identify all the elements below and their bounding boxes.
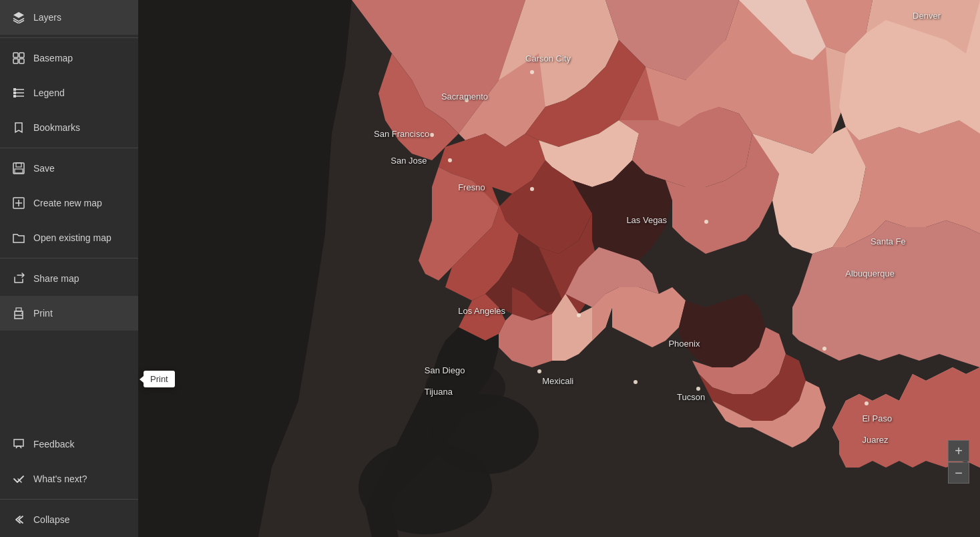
sidebar-item-share-map[interactable]: Share map [0,261,138,296]
svg-point-69 [537,369,541,373]
svg-point-63 [465,98,469,102]
svg-rect-0 [13,53,18,57]
sidebar-label-share-map: Share map [33,273,79,284]
zoom-in-button[interactable]: + [948,440,969,462]
sidebar-label-feedback: Feedback [33,439,74,450]
map-container[interactable]: Carson City Sacramento San Francisco San… [138,0,980,537]
save-icon [12,162,25,175]
sidebar-item-whats-next[interactable]: What's next? [0,462,138,496]
sidebar-label-open-existing-map: Open existing map [33,232,111,243]
svg-point-64 [430,133,434,137]
svg-rect-11 [16,163,21,167]
divider-3 [0,258,138,258]
divider-2 [0,148,138,148]
sidebar-label-whats-next: What's next? [33,474,87,484]
bookmarks-icon [12,121,25,134]
sidebar-label-legend: Legend [33,87,65,98]
sidebar-label-collapse: Collapse [33,514,69,525]
svg-rect-9 [13,95,16,98]
sidebar-item-open-existing-map[interactable]: Open existing map [0,220,138,255]
print-tooltip: Print [144,371,175,387]
svg-point-66 [530,187,534,191]
sidebar-item-layers[interactable]: Layers [0,0,138,35]
collapse-icon [12,513,25,526]
sidebar-item-legend[interactable]: Legend [0,75,138,110]
svg-rect-7 [13,88,16,91]
svg-rect-2 [13,59,18,63]
svg-point-73 [865,401,869,405]
sidebar-label-basemap: Basemap [33,53,73,63]
sidebar-item-collapse[interactable]: Collapse [0,502,138,537]
zoom-controls: + − [948,440,969,484]
sidebar-label-bookmarks: Bookmarks [33,122,80,133]
divider-4 [0,499,138,500]
svg-point-61 [358,441,492,534]
svg-rect-12 [15,169,23,173]
sidebar-label-create-new-map: Create new map [33,198,102,208]
svg-point-18 [21,313,23,314]
svg-point-62 [530,70,534,74]
svg-rect-8 [13,92,16,94]
sidebar-item-create-new-map[interactable]: Create new map [0,186,138,220]
svg-point-71 [696,387,700,391]
svg-point-65 [448,158,452,162]
whats-next-icon [12,472,25,486]
sidebar-item-bookmarks[interactable]: Bookmarks [0,110,138,145]
svg-point-72 [822,347,826,351]
svg-point-67 [704,220,708,224]
svg-rect-1 [19,53,24,57]
sidebar-spacer [0,331,138,427]
svg-rect-16 [15,315,23,319]
sidebar-item-save[interactable]: Save [0,151,138,186]
basemap-icon [12,51,25,65]
sidebar-label-print: Print [33,308,53,319]
share-map-icon [12,272,25,285]
sidebar-item-basemap[interactable]: Basemap [0,41,138,75]
divider-1 [0,37,138,38]
sidebar: Layers Basemap Legend [0,0,138,537]
svg-rect-3 [19,59,24,63]
legend-icon [12,86,25,100]
sidebar-item-feedback[interactable]: Feedback [0,427,138,462]
sidebar-label-layers: Layers [33,12,61,23]
sidebar-item-print[interactable]: Print [0,296,138,331]
svg-point-68 [577,313,581,317]
open-existing-map-icon [12,231,25,244]
print-icon [12,307,25,320]
svg-point-70 [634,380,638,384]
feedback-icon [12,437,25,451]
sidebar-label-save: Save [33,163,55,174]
layers-icon [12,11,25,24]
create-new-map-icon [12,196,25,210]
map-svg [138,0,980,537]
zoom-out-button[interactable]: − [948,462,969,484]
